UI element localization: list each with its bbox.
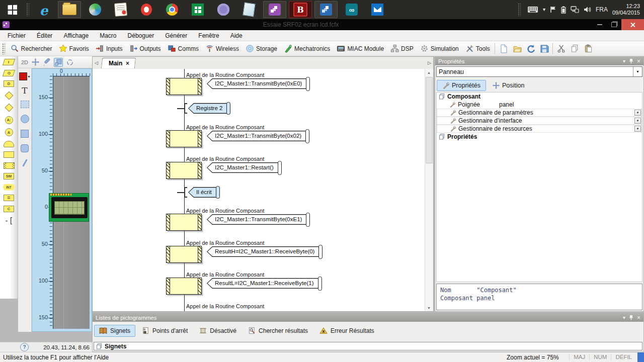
- component-macro-box[interactable]: [166, 214, 202, 231]
- circle-tool[interactable]: [21, 115, 29, 123]
- scrollbar-thumb[interactable]: [426, 77, 433, 163]
- strip-macro-box-icon[interactable]: [4, 151, 14, 158]
- tab-chercher-resultats[interactable]: Chercher résultats: [243, 324, 313, 337]
- strip-input-icon[interactable]: I: [4, 59, 14, 65]
- tray-caret-icon[interactable]: ▾: [543, 7, 545, 12]
- help-button[interactable]: ?: [20, 343, 29, 351]
- language-indicator[interactable]: FRA: [596, 6, 608, 13]
- notes-icon[interactable]: [109, 1, 132, 18]
- selection-tool[interactable]: [21, 101, 29, 108]
- tree-row-gestionnaire-parametres[interactable]: Gestionnaire de paramètres ▼: [437, 109, 642, 117]
- open-folder-icon[interactable]: [510, 42, 524, 55]
- tab-close-icon[interactable]: ×: [126, 61, 129, 66]
- flow-step-component[interactable]: Appel de la Routine Composant ResultH=I2…: [93, 240, 425, 270]
- step-callout[interactable]: I2C_Master1::TransmitByte(0x02): [207, 131, 308, 141]
- maximize-button[interactable]: [607, 19, 621, 30]
- clock[interactable]: 12:23 09/04/2015: [612, 3, 640, 16]
- strip-goto-connection-icon[interactable]: A: [5, 128, 13, 136]
- tray-grip[interactable]: [518, 3, 521, 16]
- arduino-icon[interactable]: ∞: [340, 1, 363, 18]
- tab-main[interactable]: Main ×: [101, 58, 136, 68]
- strip-c-code-icon[interactable]: C: [4, 206, 14, 212]
- keyboard-icon[interactable]: [527, 6, 538, 13]
- row-dropdown-icon[interactable]: ▼: [634, 110, 641, 116]
- toolbar-grip[interactable]: [2, 43, 5, 54]
- rectangle-tool[interactable]: [21, 130, 29, 138]
- tab-proprietes[interactable]: Propriétés: [437, 80, 486, 91]
- tree-row-poignee[interactable]: Poignée panel: [437, 101, 642, 109]
- step-callout[interactable]: I2C_Master1::Restart(): [207, 162, 281, 173]
- toolbar-simulation[interactable]: Simulation: [417, 42, 462, 55]
- strip-delay-icon[interactable]: D: [4, 80, 14, 87]
- comment-callout[interactable]: Registre 2: [188, 103, 229, 114]
- battery-icon[interactable]: [561, 6, 566, 14]
- menu-macro[interactable]: Macro: [94, 32, 122, 39]
- start-button[interactable]: [0, 0, 24, 19]
- toolbar-tools[interactable]: Tools: [462, 42, 493, 55]
- text-tool[interactable]: T: [22, 87, 27, 94]
- minimize-button[interactable]: [592, 19, 607, 30]
- refresh-icon[interactable]: [524, 42, 537, 55]
- strip-calculation-icon[interactable]: =: [4, 195, 14, 201]
- pencil-tool-icon[interactable]: [43, 58, 50, 66]
- file-explorer-icon[interactable]: [58, 1, 81, 18]
- menu-aide[interactable]: Aide: [225, 32, 248, 39]
- editor-vertical-scrollbar[interactable]: ▲ ▼: [425, 69, 433, 311]
- tree-group-composant[interactable]: Composant: [437, 93, 642, 101]
- toolbar-dsp[interactable]: DSP: [387, 42, 417, 55]
- scroll-down-icon[interactable]: ▼: [425, 304, 433, 311]
- step-callout[interactable]: ResultH=I2C_Master1::ReceiveByte(0): [207, 246, 321, 257]
- row-dropdown-icon[interactable]: ▼: [634, 118, 641, 124]
- paste-icon[interactable]: [582, 42, 595, 55]
- tree-row-gestionnaire-ressources[interactable]: Gestionnaire de ressources ▼: [437, 125, 642, 133]
- tab-position[interactable]: Position: [487, 80, 530, 91]
- component-macro-box[interactable]: [166, 130, 202, 147]
- panel-close-icon[interactable]: ×: [637, 315, 640, 320]
- mail-icon[interactable]: [366, 1, 389, 18]
- toolbar-mechatronics[interactable]: Mechatronics: [281, 42, 334, 55]
- tab-signets[interactable]: Signets: [94, 325, 135, 337]
- pan-tool-icon[interactable]: [32, 58, 39, 66]
- toolbar-wireless[interactable]: Wireless: [202, 42, 242, 55]
- strip-simulation-icon[interactable]: SIM: [4, 173, 14, 179]
- flowcode-purple-icon[interactable]: [263, 1, 286, 18]
- strip-macro-icon[interactable]: [4, 141, 14, 147]
- step-callout[interactable]: I2C_Master1::TransmitByte(0xE1): [207, 214, 309, 225]
- menu-fenetre[interactable]: Fenêtre: [193, 32, 224, 39]
- menu-generer[interactable]: Générer: [159, 32, 193, 39]
- windows-store-icon[interactable]: [186, 1, 209, 18]
- pin-icon[interactable]: [629, 315, 633, 320]
- rotate-tool-icon[interactable]: [66, 59, 73, 66]
- menu-deboguer[interactable]: Déboguer: [122, 32, 160, 39]
- panel-close-icon[interactable]: ×: [637, 59, 640, 64]
- strip-comment-icon[interactable]: -[: [4, 216, 13, 225]
- toolbar-outputs[interactable]: Outputs: [126, 42, 164, 55]
- network-icon[interactable]: [571, 6, 579, 13]
- flowcode-blue-icon[interactable]: [314, 1, 338, 18]
- strip-decision-icon[interactable]: [5, 92, 13, 100]
- tab-nav-right-icon[interactable]: ▷: [426, 60, 433, 65]
- close-button[interactable]: [621, 19, 644, 30]
- internet-explorer-icon[interactable]: e: [32, 1, 55, 18]
- combo-arrow-icon[interactable]: ▼: [633, 67, 642, 76]
- flow-step-component[interactable]: Appel de la Routine Composant I2C_Master…: [93, 208, 425, 238]
- component-macro-box[interactable]: [166, 78, 202, 95]
- simulation-panel-2d[interactable]: 0 150 100 50 0 50 100 150: [32, 68, 92, 332]
- flow-step-component[interactable]: Appel de la Routine Composant I2C_Master…: [93, 72, 425, 102]
- toolbar-storage[interactable]: Storage: [242, 42, 280, 55]
- scroll-up-icon[interactable]: ▲: [425, 69, 433, 76]
- rounded-rectangle-tool[interactable]: [21, 144, 29, 152]
- tab-desactive[interactable]: Désactivé: [194, 324, 242, 337]
- taskbar-grip[interactable]: [26, 3, 29, 16]
- step-callout[interactable]: ResultL=I2C_Master1::ReceiveByte(1): [207, 278, 321, 289]
- opera-icon[interactable]: [135, 1, 158, 18]
- cut-icon[interactable]: [554, 42, 568, 55]
- toolbar-inputs[interactable]: Inputs: [92, 42, 126, 55]
- menu-affichage[interactable]: Affichage: [58, 32, 94, 39]
- pictogram-list-header[interactable]: Signets: [94, 342, 642, 350]
- step-callout[interactable]: I2C_Master1::TransmitByte(0xE0): [207, 78, 309, 89]
- component-macro-box[interactable]: [166, 162, 202, 179]
- component-macro-box[interactable]: [166, 246, 202, 263]
- flow-step-component[interactable]: Appel de la Routine Composant ResultL=I2…: [93, 272, 425, 302]
- color-swatch-tool[interactable]: ▾: [19, 72, 30, 80]
